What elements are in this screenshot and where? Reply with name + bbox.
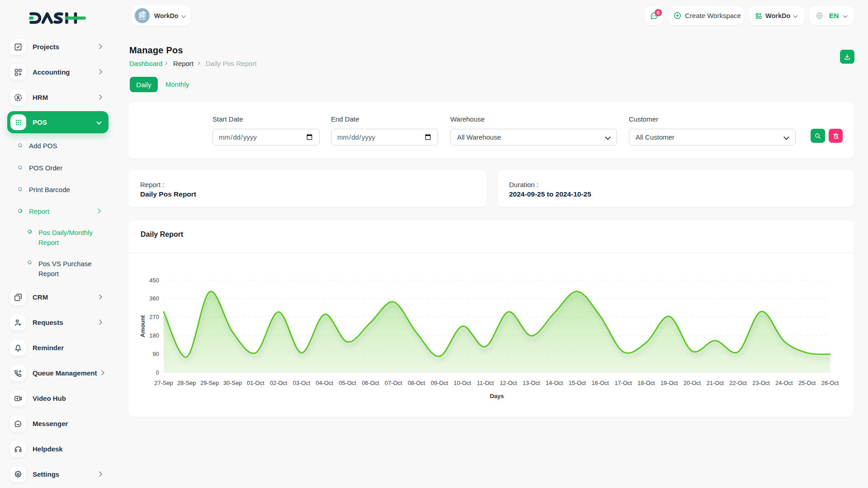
svg-text:05-Oct: 05-Oct: [339, 380, 356, 386]
svg-text:17-Oct: 17-Oct: [614, 380, 632, 386]
svg-text:450: 450: [149, 277, 159, 284]
svg-text:09-Oct: 09-Oct: [431, 380, 448, 386]
svg-text:22-Oct: 22-Oct: [729, 380, 747, 386]
svg-text:360: 360: [149, 295, 159, 302]
svg-text:24-Oct: 24-Oct: [775, 380, 793, 386]
svg-text:90: 90: [153, 351, 159, 357]
svg-text:18-Oct: 18-Oct: [637, 380, 655, 386]
svg-text:25-Oct: 25-Oct: [798, 380, 816, 386]
svg-text:30-Sep: 30-Sep: [223, 380, 242, 386]
svg-text:19-Oct: 19-Oct: [660, 380, 678, 386]
svg-text:28-Sep: 28-Sep: [177, 380, 196, 386]
svg-text:13-Oct: 13-Oct: [523, 380, 540, 386]
svg-text:04-Oct: 04-Oct: [316, 380, 334, 386]
svg-text:02-Oct: 02-Oct: [270, 380, 288, 386]
svg-text:15-Oct: 15-Oct: [569, 380, 586, 386]
svg-text:11-Oct: 11-Oct: [477, 380, 494, 386]
svg-text:26-Oct: 26-Oct: [821, 380, 839, 386]
svg-text:07-Oct: 07-Oct: [385, 380, 402, 386]
svg-text:23-Oct: 23-Oct: [752, 380, 770, 386]
svg-text:Days: Days: [490, 393, 504, 399]
svg-text:06-Oct: 06-Oct: [362, 380, 379, 386]
svg-text:12-Oct: 12-Oct: [500, 380, 517, 386]
svg-text:16-Oct: 16-Oct: [591, 380, 609, 386]
svg-text:0: 0: [156, 369, 159, 376]
svg-text:29-Sep: 29-Sep: [200, 380, 219, 386]
svg-text:180: 180: [149, 332, 159, 339]
svg-text:14-Oct: 14-Oct: [546, 380, 563, 386]
svg-text:Amount: Amount: [139, 315, 146, 338]
svg-text:01-Oct: 01-Oct: [247, 380, 264, 386]
svg-text:10-Oct: 10-Oct: [454, 380, 472, 386]
svg-text:03-Oct: 03-Oct: [293, 380, 311, 386]
svg-text:21-Oct: 21-Oct: [707, 380, 724, 386]
svg-text:08-Oct: 08-Oct: [408, 380, 425, 386]
svg-text:27-Sep: 27-Sep: [154, 380, 173, 386]
svg-text:270: 270: [149, 314, 159, 320]
svg-text:20-Oct: 20-Oct: [684, 380, 701, 386]
